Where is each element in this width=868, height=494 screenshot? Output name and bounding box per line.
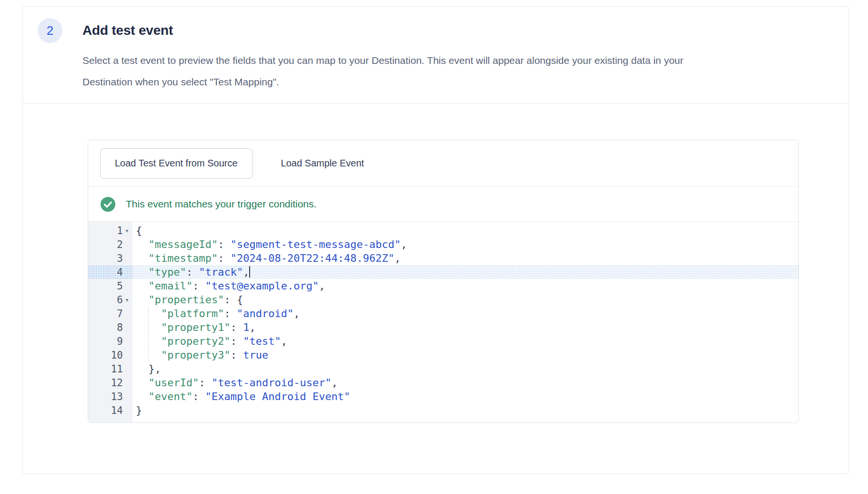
line-number: 6▾ (88, 293, 132, 307)
code-token-k: "timestamp" (149, 252, 218, 264)
code-line[interactable]: { (132, 224, 798, 237)
code-token-p (136, 280, 149, 292)
code-token-p: , (394, 252, 401, 264)
indent-guide (148, 334, 149, 348)
code-token-p: : (224, 308, 237, 319)
line-number: 11 (88, 362, 132, 376)
code-line[interactable]: "property2": "test", (132, 334, 798, 348)
code-token-p (136, 252, 149, 264)
code-token-p: , (281, 335, 287, 347)
code-token-k: "type" (149, 266, 186, 278)
code-token-p: , (293, 308, 300, 319)
code-token-p: } (136, 404, 142, 416)
code-token-p (136, 266, 149, 278)
add-test-event-card: 2 Add test event Select a test event to … (22, 6, 849, 474)
line-number: 1▾ (88, 224, 132, 237)
step-number: 2 (47, 23, 53, 38)
code-line[interactable]: }, (132, 362, 798, 376)
code-line[interactable]: "property1": 1, (132, 320, 798, 334)
json-code-editor[interactable]: 1▾23456▾7891011121314 { "messageId": "se… (88, 222, 798, 422)
code-line[interactable]: "property3": true (132, 348, 798, 362)
code-token-p: , (332, 377, 338, 389)
event-source-toolbar: Load Test Event from Source Load Sample … (88, 140, 798, 186)
test-event-panel: Load Test Event from Source Load Sample … (88, 140, 799, 423)
code-token-k: "messageId" (149, 238, 218, 250)
code-token-p (136, 294, 149, 306)
line-number: 3 (88, 251, 132, 265)
code-line[interactable]: "event": "Example Android Event" (132, 390, 798, 403)
code-token-p: : (192, 391, 205, 402)
line-number: 4 (88, 265, 132, 279)
code-line[interactable]: "timestamp": "2024-08-20T22:44:48.962Z", (132, 251, 798, 265)
line-number: 2 (88, 237, 132, 251)
code-token-p: , (249, 321, 255, 333)
code-token-s: "segment-test-message-abcd" (231, 238, 401, 250)
code-token-b: true (243, 349, 268, 361)
code-token-s: "track" (199, 266, 243, 278)
load-sample-event-button[interactable]: Load Sample Event (275, 148, 370, 179)
code-line[interactable]: "email": "test@example.org", (132, 279, 798, 293)
step-description: Select a test event to preview the field… (82, 50, 842, 93)
code-token-p: : { (224, 294, 243, 306)
code-line[interactable]: "userId": "test-android-user", (132, 376, 798, 390)
code-token-p (136, 238, 149, 250)
code-token-s: "android" (237, 308, 293, 319)
indent-guide (148, 348, 149, 362)
code-token-k: "property2" (161, 335, 231, 347)
line-number: 12 (88, 376, 132, 390)
step-number-badge: 2 (38, 18, 62, 43)
code-token-s: "test" (243, 335, 281, 347)
line-number: 9 (88, 334, 132, 348)
step-description-line2: Destination when you select "Test Mappin… (82, 71, 842, 93)
text-cursor (249, 266, 250, 278)
code-token-p: : (199, 377, 212, 389)
indent-guide (148, 320, 149, 334)
code-token-s: "2024-08-20T22:44:48.962Z" (231, 252, 394, 264)
code-token-p: , (319, 280, 325, 292)
code-token-k: "properties" (149, 294, 224, 306)
line-number: 13 (88, 390, 132, 403)
code-line[interactable]: "properties": { (132, 293, 798, 307)
header-divider (23, 103, 848, 103)
code-token-p: : (231, 349, 243, 361)
fold-toggle-icon[interactable]: ▾ (123, 297, 131, 303)
code-token-s: "Example Android Event" (205, 391, 351, 402)
load-test-event-button[interactable]: Load Test Event from Source (100, 148, 252, 179)
code-token-p: : (231, 321, 243, 333)
code-token-p: { (136, 225, 142, 237)
code-token-p: }, (136, 363, 161, 375)
code-token-p: : (192, 280, 205, 292)
check-circle-icon (101, 197, 115, 212)
code-token-k: "property3" (161, 349, 231, 361)
code-line[interactable]: "messageId": "segment-test-message-abcd"… (132, 237, 798, 251)
code-token-n: 1 (243, 321, 249, 333)
line-number: 5 (88, 279, 132, 293)
line-number: 7 (88, 307, 132, 320)
page-title: Add test event (82, 23, 173, 38)
trigger-match-status: This event matches your trigger conditio… (88, 187, 798, 221)
code-line[interactable]: "type": "track", (132, 265, 798, 279)
code-token-p (136, 377, 149, 389)
line-number: 8 (88, 320, 132, 334)
code-line[interactable]: "platform": "android", (132, 307, 798, 320)
code-token-p: : (218, 252, 231, 264)
step-description-line1: Select a test event to preview the field… (82, 50, 842, 71)
line-number: 14 (88, 403, 132, 417)
code-token-p: : (186, 266, 199, 278)
code-token-s: "test@example.org" (205, 280, 319, 292)
code-token-k: "platform" (161, 308, 224, 319)
status-message: This event matches your trigger conditio… (126, 198, 316, 210)
code-line[interactable]: } (132, 403, 798, 417)
code-token-p: : (218, 238, 231, 250)
code-token-k: "email" (149, 280, 193, 292)
code-token-k: "property1" (161, 321, 231, 333)
line-number: 10 (88, 348, 132, 362)
editor-code-area[interactable]: { "messageId": "segment-test-message-abc… (132, 222, 798, 422)
code-token-p: , (243, 266, 249, 278)
code-token-s: "test-android-user" (212, 377, 332, 389)
code-token-p (136, 391, 149, 402)
fold-toggle-icon[interactable]: ▾ (123, 227, 131, 234)
code-token-k: "event" (149, 391, 193, 402)
indent-guide (148, 307, 149, 320)
code-token-p: : (231, 335, 243, 347)
